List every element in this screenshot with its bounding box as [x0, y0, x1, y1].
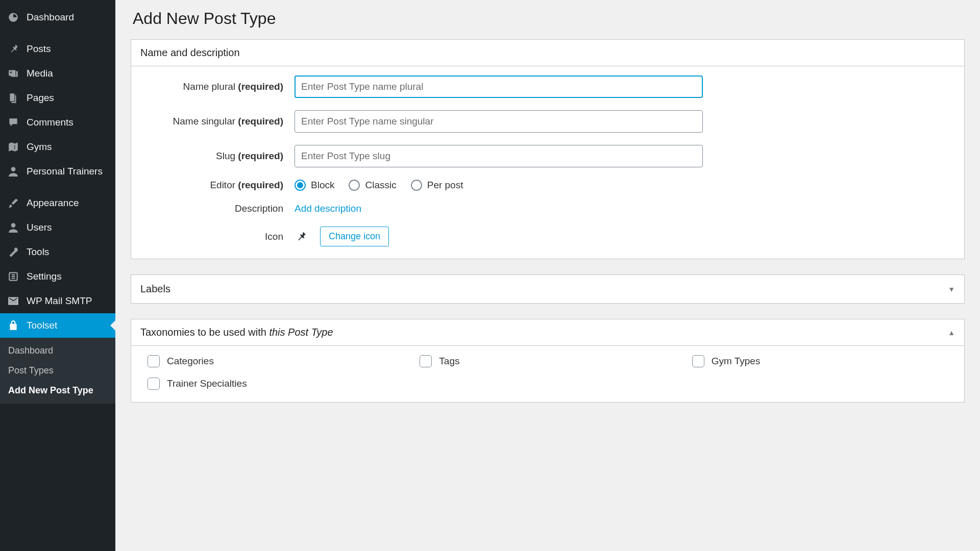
user-icon [7, 221, 19, 234]
radio-editor-per-post[interactable]: Per post [411, 180, 463, 191]
change-icon-button[interactable]: Change icon [320, 227, 389, 246]
taxonomies-grid: Categories Tags Gym Types Trainer Specia… [141, 355, 954, 390]
radio-label: Per post [427, 180, 463, 191]
admin-sidebar: Dashboard Posts Media Pages Commen [0, 0, 115, 551]
sidebar-item-label: Comments [27, 117, 74, 128]
label-description: Description [141, 203, 295, 214]
pin-icon [7, 43, 19, 55]
sidebar-item-settings[interactable]: Settings [0, 264, 115, 289]
sidebar-item-users[interactable]: Users [0, 215, 115, 240]
checkbox-gym-types[interactable]: Gym Types [692, 355, 954, 367]
sliders-icon [7, 270, 19, 283]
checkbox-label: Trainer Specialties [167, 378, 247, 389]
checkbox-label: Gym Types [712, 356, 761, 367]
brush-icon [7, 197, 19, 209]
media-icon [7, 67, 19, 80]
dashboard-icon [7, 11, 19, 23]
checkbox-icon [692, 355, 704, 367]
label-slug: Slug (required) [141, 151, 295, 162]
sidebar-item-label: Gyms [27, 141, 52, 153]
pages-icon [7, 92, 19, 104]
radio-label: Block [311, 180, 334, 191]
panel-header-name: Name and description [131, 40, 964, 66]
toolset-icon [7, 319, 19, 332]
panel-header-taxonomies[interactable]: Taxonomies to be used with this Post Typ… [131, 319, 964, 346]
sidebar-item-appearance[interactable]: Appearance [0, 191, 115, 215]
page-title: Add New Post Type [131, 9, 965, 28]
wrench-icon [7, 246, 19, 258]
submenu-item-add-new-post-type[interactable]: Add New Post Type [0, 381, 115, 400]
panel-name-description: Name and description Name plural (requir… [131, 39, 965, 259]
mail-icon [7, 295, 19, 307]
row-name-plural: Name plural (required) [141, 76, 954, 98]
label-editor: Editor (required) [141, 180, 295, 191]
sidebar-item-posts[interactable]: Posts [0, 37, 115, 61]
checkbox-trainer-specialties[interactable]: Trainer Specialties [148, 378, 409, 390]
panel-labels: Labels ▼ [131, 274, 965, 304]
map-icon [7, 141, 19, 153]
submenu-item-dashboard[interactable]: Dashboard [0, 341, 115, 361]
sidebar-item-label: Personal Trainers [27, 166, 103, 177]
sidebar-item-label: Pages [27, 92, 54, 104]
panel-title: Name and description [140, 47, 240, 59]
row-icon: Icon Change icon [141, 227, 954, 246]
checkbox-tags[interactable]: Tags [420, 355, 681, 367]
panel-header-labels[interactable]: Labels ▼ [131, 275, 964, 303]
current-icon-preview [295, 231, 307, 243]
sidebar-item-label: Media [27, 68, 53, 79]
svg-point-1 [11, 167, 16, 171]
row-editor: Editor (required) Block Classic [141, 180, 954, 191]
radio-icon [295, 180, 306, 191]
sidebar-item-personal-trainers[interactable]: Personal Trainers [0, 159, 115, 184]
sidebar-item-wp-mail-smtp[interactable]: WP Mail SMTP [0, 289, 115, 313]
add-description-link[interactable]: Add description [295, 203, 361, 214]
checkbox-icon [420, 355, 432, 367]
checkbox-label: Categories [167, 356, 214, 367]
sidebar-item-label: Tools [27, 246, 49, 258]
checkbox-icon [148, 378, 160, 390]
label-icon: Icon [141, 231, 295, 242]
toolset-submenu: Dashboard Post Types Add New Post Type [0, 338, 115, 404]
sidebar-item-label: Posts [27, 43, 51, 55]
sidebar-item-dashboard[interactable]: Dashboard [0, 5, 115, 30]
sidebar-item-label: Appearance [27, 197, 79, 209]
panel-body-taxonomies: Categories Tags Gym Types Trainer Specia… [131, 346, 964, 402]
sidebar-item-label: WP Mail SMTP [27, 295, 92, 307]
user-icon [7, 165, 19, 178]
svg-point-0 [10, 71, 12, 73]
radio-editor-classic[interactable]: Classic [349, 180, 396, 191]
submenu-item-post-types[interactable]: Post Types [0, 361, 115, 381]
panel-title: Taxonomies to be used with this Post Typ… [140, 327, 333, 338]
label-name-singular: Name singular (required) [141, 116, 295, 127]
chevron-down-icon: ▼ [948, 285, 955, 293]
name-plural-field[interactable] [295, 76, 703, 98]
row-name-singular: Name singular (required) [141, 110, 954, 133]
sidebar-item-pages[interactable]: Pages [0, 86, 115, 110]
sidebar-item-gyms[interactable]: Gyms [0, 135, 115, 159]
sidebar-item-tools[interactable]: Tools [0, 240, 115, 264]
sidebar-item-label: Toolset [27, 320, 57, 331]
label-name-plural: Name plural (required) [141, 81, 295, 92]
panel-body-name: Name plural (required) Name singular (re… [131, 66, 964, 259]
panel-title: Labels [140, 283, 170, 295]
sidebar-item-comments[interactable]: Comments [0, 110, 115, 135]
checkbox-categories[interactable]: Categories [148, 355, 409, 367]
row-description: Description Add description [141, 203, 954, 214]
main-content: Add New Post Type Name and description N… [115, 0, 980, 551]
radio-icon [411, 180, 422, 191]
editor-radio-group: Block Classic Per post [295, 180, 463, 191]
slug-field[interactable] [295, 145, 703, 167]
sidebar-item-label: Users [27, 222, 52, 233]
sidebar-item-label: Dashboard [27, 12, 74, 23]
panel-taxonomies: Taxonomies to be used with this Post Typ… [131, 319, 965, 403]
radio-icon [349, 180, 360, 191]
comments-icon [7, 116, 19, 129]
svg-point-2 [11, 223, 16, 228]
checkbox-icon [148, 355, 160, 367]
radio-editor-block[interactable]: Block [295, 180, 334, 191]
name-singular-field[interactable] [295, 110, 703, 133]
checkbox-label: Tags [439, 356, 459, 367]
sidebar-item-toolset[interactable]: Toolset [0, 313, 115, 338]
radio-label: Classic [365, 180, 396, 191]
sidebar-item-media[interactable]: Media [0, 61, 115, 86]
